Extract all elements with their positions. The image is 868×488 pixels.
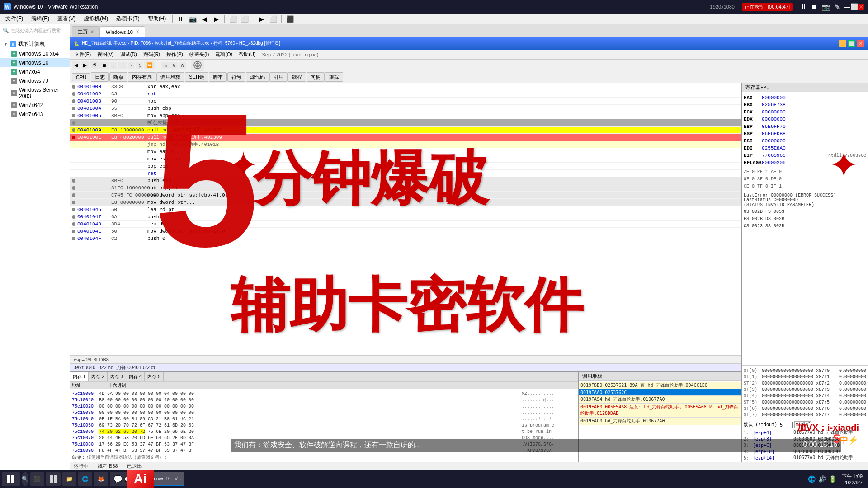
- code-line-jmp[interactable]: jmp hd_刀锋白蛇助手.40101B: [70, 141, 741, 148]
- dbg-menu-help[interactable]: 帮助(U): [236, 50, 258, 59]
- func-ref[interactable]: 引用: [269, 72, 288, 82]
- tool-stop[interactable]: ⏹: [99, 62, 109, 69]
- pause-btn[interactable]: ⏸: [800, 3, 807, 11]
- dbg-menu-view[interactable]: 视图(V): [94, 50, 117, 59]
- code-line-g3[interactable]: C745 FC 00000000 mov dword ptr ss:[ebp-4…: [70, 192, 741, 199]
- tab-home-close[interactable]: ✕: [90, 29, 94, 34]
- mem-tab-1[interactable]: 内存 1: [70, 372, 89, 381]
- tool-step-into[interactable]: ↓: [110, 62, 117, 69]
- menu-view[interactable]: 查看(V): [54, 14, 79, 23]
- toolbar-fwd[interactable]: ▶: [211, 14, 222, 24]
- tool-hash[interactable]: #: [170, 62, 178, 69]
- taskbar-search[interactable]: 🔍: [22, 472, 28, 486]
- toolbar-back[interactable]: ◀: [199, 14, 210, 24]
- tool-a[interactable]: A: [179, 62, 186, 69]
- menu-vm[interactable]: 虚拟机(M): [80, 14, 112, 23]
- tool-step-over[interactable]: →: [118, 62, 127, 69]
- code-line-esp[interactable]: mov esp,ebp: [70, 155, 741, 163]
- minimize-btn[interactable]: —: [844, 4, 850, 10]
- code-line-ret2[interactable]: ret: [70, 170, 741, 177]
- dbg-menu-debug[interactable]: 调试(D): [118, 50, 140, 59]
- code-line-45[interactable]: 00401045 50 lea rd pt: [70, 206, 741, 213]
- sidebar-item-win7x64[interactable]: V Win7x64: [0, 67, 70, 76]
- settings-btn[interactable]: ✎: [834, 3, 840, 11]
- code-line-g4[interactable]: E8 00000000 mov dword ptr...: [70, 199, 741, 206]
- tool-back[interactable]: ◀: [72, 61, 80, 69]
- code-line-4e[interactable]: 0040104E 50 mov dword ptr ss:[ebp-1],0: [70, 228, 741, 235]
- tray-network[interactable]: 🌐: [808, 475, 816, 483]
- sidebar-item-win10-x64[interactable]: V Windows 10 x64: [0, 49, 70, 58]
- toolbar-pause[interactable]: ⏸: [175, 14, 186, 24]
- menu-tabs[interactable]: 选项卡(T): [113, 14, 143, 23]
- code-line-3[interactable]: 00401004 55 push ebp: [70, 105, 741, 112]
- func-script[interactable]: 脚本: [209, 72, 227, 82]
- sidebar-item-ws2003[interactable]: V Windows Server 2003: [0, 85, 70, 101]
- code-line-2[interactable]: 00401003 90 nop: [70, 98, 741, 105]
- code-line-48[interactable]: 00401048 8D4 lea dwo: [70, 221, 741, 228]
- func-cpu[interactable]: CPU: [72, 73, 90, 81]
- close-btn[interactable]: ✕: [858, 4, 864, 10]
- dbg-menu-run[interactable]: 跑码(R): [141, 50, 163, 59]
- func-handle[interactable]: 句柄: [307, 72, 325, 82]
- code-line-4f[interactable]: 0040104F C2 push 0: [70, 235, 741, 242]
- tab-home[interactable]: 主页 ✕: [72, 26, 100, 37]
- func-log[interactable]: 日志: [91, 72, 109, 82]
- stop-btn[interactable]: ⏹: [811, 3, 818, 11]
- code-line-5[interactable]: 断点未提示 F: [70, 119, 741, 127]
- code-line-g2[interactable]: 81EC 10000000 sub esp,10: [70, 184, 741, 192]
- code-view[interactable]: 00401000 33C0 xor eax,eax 00401002 C3 re…: [70, 83, 741, 355]
- tool-restart[interactable]: ↺: [90, 61, 99, 69]
- sidebar-item-win7x642[interactable]: V Win7x642: [0, 101, 70, 110]
- restore-btn[interactable]: ⬜: [851, 4, 857, 10]
- code-line-mov[interactable]: mov eax,0: [70, 148, 741, 155]
- stack-count-input[interactable]: [779, 422, 793, 428]
- tool-fx[interactable]: fx: [161, 62, 170, 69]
- sidebar-item-win7j[interactable]: V Windows 7J: [0, 76, 70, 85]
- tool-step-out[interactable]: ↑: [128, 62, 136, 69]
- toolbar-vm-set[interactable]: ⬜: [227, 14, 238, 24]
- mem-tab-3[interactable]: 内存 3: [108, 372, 126, 381]
- dbg-menu-opt[interactable]: 选项(O): [212, 50, 235, 59]
- sidebar-item-win10[interactable]: V Windows 10: [0, 58, 70, 67]
- code-line-4[interactable]: 00401005 8BEC mov ebp,esp: [70, 112, 741, 119]
- tool-run[interactable]: ▶: [81, 61, 89, 69]
- menu-edit[interactable]: 编辑(E): [28, 14, 53, 23]
- tab-win10[interactable]: Windows 10 ✕: [100, 26, 145, 37]
- taskbar-app-firefox[interactable]: 🦊: [94, 472, 108, 486]
- tray-sound[interactable]: 🔊: [818, 475, 826, 483]
- mem-tab-5[interactable]: 内存 5: [145, 372, 163, 381]
- taskbar-app-edge[interactable]: 🌐: [78, 472, 92, 486]
- task-view-btn[interactable]: ⬛: [30, 472, 44, 486]
- func-seh[interactable]: SEH链: [185, 72, 208, 82]
- sidebar-item-my-computer[interactable]: ▼ 🖥 我的计算机: [0, 39, 70, 49]
- func-symbol[interactable]: 符号: [227, 72, 245, 82]
- tool-titan[interactable]: [191, 60, 204, 71]
- mem-tab-2[interactable]: 内存 2: [89, 372, 107, 381]
- dbg-maximize[interactable]: ⬜: [848, 40, 855, 47]
- code-line-0[interactable]: 00401000 33C0 xor eax,eax: [70, 83, 741, 90]
- tool-run-sel[interactable]: ⏩: [144, 61, 155, 69]
- stack-parse-btn[interactable]: ⊡ 解析: [794, 421, 811, 428]
- sidebar-search-bar[interactable]: 🔍 在此处键入内容进行搜索: [0, 24, 70, 37]
- tray-battery[interactable]: 🔋: [829, 475, 836, 483]
- taskbar-clock[interactable]: 下午 1:09 2022/9/7: [842, 473, 866, 485]
- call-item-1[interactable]: 0019FAA0 0253762C: [579, 389, 741, 396]
- toolbar-snapshot[interactable]: 📷: [187, 14, 198, 24]
- ai-badge[interactable]: Ai: [127, 470, 154, 488]
- toolbar-play[interactable]: ▶: [256, 14, 267, 24]
- code-line-pop[interactable]: pop ebp: [70, 163, 741, 170]
- func-thread[interactable]: 线程: [288, 72, 306, 82]
- code-line-call2[interactable]: 0040100E E8 F8020000 call hd_刀锋白蛇助手.4013…: [70, 134, 741, 141]
- dbg-menu-fav[interactable]: 收藏夹(I): [187, 50, 212, 59]
- dbg-close[interactable]: ✕: [857, 40, 864, 47]
- func-mem[interactable]: 内存布局: [128, 72, 156, 82]
- func-source[interactable]: 源代码: [246, 72, 269, 82]
- toolbar-fullscreen[interactable]: ⬛: [284, 14, 295, 24]
- mem-tab-4[interactable]: 内存 4: [126, 372, 145, 381]
- taskbar-app-files[interactable]: 📁: [62, 472, 76, 486]
- camera-btn[interactable]: 📷: [821, 3, 830, 11]
- code-line-47[interactable]: 00401047 6A push: [70, 213, 741, 221]
- command-input[interactable]: [170, 455, 576, 460]
- sidebar-item-win7x643[interactable]: V Win7x643: [0, 110, 70, 119]
- tool-run-to[interactable]: ⤵: [136, 62, 143, 69]
